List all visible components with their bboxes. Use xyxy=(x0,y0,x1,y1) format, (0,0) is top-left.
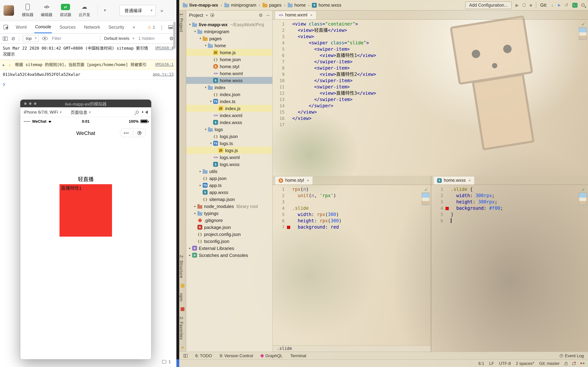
tree-item-logs.js[interactable]: JSlogs.js xyxy=(186,147,272,154)
tabs-overflow-button[interactable]: » xyxy=(132,22,136,33)
terminal-icon[interactable]: >_ xyxy=(572,3,578,8)
compile-mode-select[interactable]: 普通编译 ▾ xyxy=(119,5,156,16)
inspection-ok-icon[interactable]: ✓ xyxy=(424,187,428,193)
tab-home-wxml[interactable]: <> home.wxml × xyxy=(275,11,316,19)
event-log-button[interactable]: Event Log xyxy=(560,353,584,358)
device-select[interactable]: iPhone 6/7/8, WiFi ▾ xyxy=(24,109,61,115)
tree-item-live-mapp-wx[interactable]: ▾live-mapp-wx~/EasyWork/Proj xyxy=(186,21,272,28)
breadcrumb-miniprogram[interactable]: miniprogram xyxy=(224,2,256,8)
toolwindow-todo[interactable]: 6: TODO xyxy=(195,353,212,358)
tree-arrow-icon[interactable]: ▾ xyxy=(209,100,213,103)
tree-arrow-icon[interactable]: ▸ xyxy=(193,204,197,208)
search-everywhere-icon[interactable] xyxy=(581,3,585,7)
toolwindow-graphql[interactable]: GraphQL xyxy=(261,353,283,358)
color-swatch[interactable] xyxy=(287,226,290,229)
notifications-bell-icon[interactable] xyxy=(572,362,575,365)
close-icon[interactable]: × xyxy=(310,13,312,17)
speaker-icon[interactable] xyxy=(144,110,148,114)
code-line[interactable]: 3 xyxy=(273,199,431,205)
background-tasks-icon[interactable] xyxy=(580,362,585,364)
indent-style[interactable]: 2 spaces* xyxy=(516,361,534,366)
caret-position[interactable]: 6:1 xyxy=(478,361,484,366)
tree-item-app.json[interactable]: {}app.json xyxy=(186,175,272,182)
code-line[interactable]: 9 <view>直播特性2</view> xyxy=(273,71,588,78)
tab-sources[interactable]: Sources xyxy=(59,22,76,33)
live-expression-icon[interactable] xyxy=(43,37,48,40)
code-line[interactable]: 7 background: red xyxy=(273,224,431,230)
tree-item-utils[interactable]: ▸utils xyxy=(186,168,272,175)
capsule-home-button[interactable] xyxy=(133,131,146,135)
code-line[interactable]: 5 width: rpx(300) xyxy=(273,211,431,218)
source-link[interactable]: app.ts:13 xyxy=(153,72,173,77)
tree-item-external-libraries[interactable]: ▸≡External Libraries xyxy=(186,245,272,252)
swiper-slide[interactable]: 直播特性1 xyxy=(60,184,112,237)
code-line[interactable]: 1<view class="container"> xyxy=(273,21,588,27)
console-warning-message[interactable]: VM1636:1 ▶ ⚠ 根据 sitemap 的规则[0]，当前页面 [pag… xyxy=(0,60,176,70)
console-sidebar-icon[interactable] xyxy=(3,36,8,40)
console-settings-gear-icon[interactable]: ⚙ xyxy=(169,36,173,41)
tree-item-project.config.json[interactable]: {}project.config.json xyxy=(186,231,272,238)
color-swatch[interactable] xyxy=(445,207,449,210)
user-avatar[interactable] xyxy=(3,5,14,16)
code-line[interactable]: 2 unit(n, 'rpx') xyxy=(273,192,431,199)
tree-arrow-icon[interactable]: ▾ xyxy=(198,37,203,40)
editor-breadcrumb[interactable]: .slide xyxy=(273,345,431,352)
toolwindow-button-favorites[interactable]: 2: Favorites xyxy=(179,317,186,340)
code-line[interactable]: 2 width: 300rpx; xyxy=(431,192,588,199)
tree-arrow-icon[interactable]: ▾ xyxy=(193,30,197,33)
tree-item-home.wxml[interactable]: <>home.wxml xyxy=(186,70,272,77)
stop-icon[interactable]: ■ xyxy=(529,3,532,8)
tab-security[interactable]: Security xyxy=(108,22,125,33)
tab-console[interactable]: Console xyxy=(35,21,52,33)
tree-item-node-modules[interactable]: ▸node_moduleslibrary root xyxy=(186,203,272,210)
structure-icon[interactable] xyxy=(181,284,184,288)
tree-item-home.wxss[interactable]: Shome.wxss xyxy=(186,77,272,84)
code-line[interactable]: 15 </view> xyxy=(273,109,588,115)
tree-arrow-icon[interactable]: ▸ xyxy=(188,253,192,257)
tree-item-index[interactable]: ▾index xyxy=(186,84,272,91)
tree-item-tsconfig.json[interactable]: {}tsconfig.json xyxy=(186,238,272,245)
favorites-star-icon[interactable]: ★ xyxy=(181,345,184,350)
tree-item-home[interactable]: ▾home xyxy=(186,42,272,49)
toolbar-overflow-button[interactable]: » xyxy=(160,8,163,13)
simulator-titlebar[interactable]: live-mapp-wx的模拟器 xyxy=(20,100,151,107)
scrollbar-thumb[interactable] xyxy=(173,22,176,49)
code-line[interactable]: 5 <swiper-item> xyxy=(273,46,588,52)
code-line[interactable]: 12 <view>直播特性3</view> xyxy=(273,90,588,96)
toolwindow-button-project[interactable]: 1: Project xyxy=(179,13,186,32)
tree-item-app.wxss[interactable]: Sapp.wxss xyxy=(186,189,272,196)
tree-item-logs.ts[interactable]: ▾TSlogs.ts xyxy=(186,140,272,147)
tree-item-home.styl[interactable]: Shome.styl xyxy=(186,63,272,70)
capsule-more-button[interactable]: ••• xyxy=(120,131,133,135)
tree-item-scratches-and-consoles[interactable]: ▸≡Scratches and Consoles xyxy=(186,252,272,259)
tree-arrow-icon[interactable]: ▸ xyxy=(193,211,197,215)
warning-count-badge[interactable]: ⚠ 1 xyxy=(147,25,155,30)
hidden-messages-label[interactable]: 1 hidden xyxy=(138,36,155,41)
toolbar-dropdown-caret-icon[interactable]: ▾ xyxy=(101,8,109,13)
tree-item-logs[interactable]: ▾logs xyxy=(186,126,272,133)
more-menu-icon[interactable]: ⋮ xyxy=(159,24,164,30)
code-line[interactable]: 4 background: #f00; xyxy=(431,205,588,211)
toolwindow-button-npm[interactable]: npm xyxy=(179,293,186,302)
console-message[interactable]: VM1668:4 Sun Mar 22 2020 00:01:42 GMT+08… xyxy=(0,44,176,60)
toolwindow-terminal[interactable]: Terminal xyxy=(290,353,306,358)
window-traffic-lights[interactable] xyxy=(24,102,36,105)
code-line[interactable]: 8 <swiper-item> xyxy=(273,65,588,71)
code-line[interactable]: 6 <view>直播特性1</view> xyxy=(273,52,588,59)
git-rollback-icon[interactable]: ↺ xyxy=(564,2,568,8)
code-line[interactable]: 11 <swiper-item> xyxy=(273,84,588,90)
code-line[interactable]: 6 xyxy=(431,218,588,224)
inspection-ok-icon[interactable]: ✓ xyxy=(581,187,585,193)
debug-icon[interactable] xyxy=(523,3,526,7)
code-line[interactable]: 7 </swiper-item> xyxy=(273,59,588,65)
toolwindow-version-control[interactable]: 9: Version Control xyxy=(220,353,253,358)
tree-item-package.json[interactable]: npackage.json xyxy=(186,224,272,231)
console-prompt-row[interactable]: ❯ xyxy=(0,80,176,89)
tree-arrow-icon[interactable]: ▾ xyxy=(188,23,192,26)
toolwindow-switcher-icon[interactable] xyxy=(183,354,188,357)
tree-item-pages[interactable]: ▾pages xyxy=(186,35,272,42)
simulator-button[interactable]: 模拟器 xyxy=(18,3,37,17)
tree-item-.gitignore[interactable]: .gitignore xyxy=(186,217,272,224)
code-line[interactable]: 14 </swiper> xyxy=(273,103,588,109)
tab-network[interactable]: Network xyxy=(83,22,101,33)
